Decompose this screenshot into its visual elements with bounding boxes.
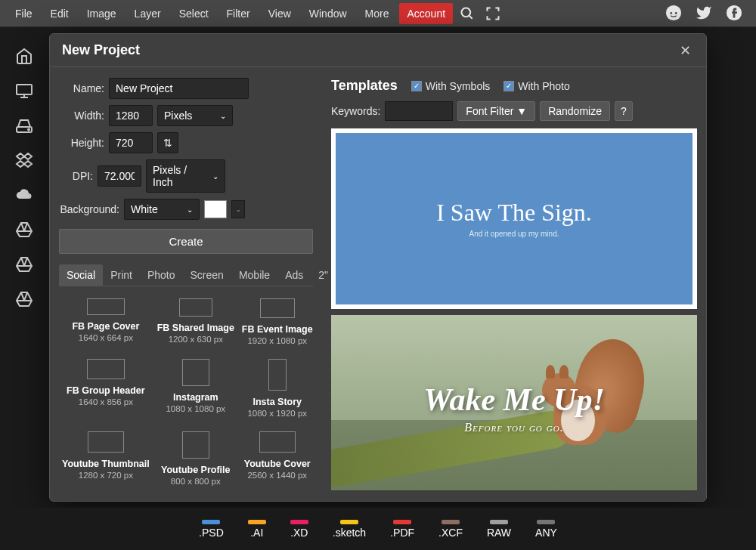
preset-item[interactable]: Youtube Profile800 x 800 px	[154, 425, 237, 490]
preset-item[interactable]: Instagram1080 x 1080 px	[154, 353, 237, 424]
tab-print[interactable]: Print	[103, 264, 140, 286]
drive-icon-2[interactable]	[14, 254, 35, 275]
preset-size: 1920 x 1080 px	[247, 336, 307, 345]
left-panel: Name: Width: Pixels⌄ Height: ⇅ DPI: Pixe…	[50, 67, 322, 501]
randomize-button[interactable]: Randomize	[540, 101, 610, 121]
chevron-down-icon: ⌄	[187, 205, 193, 214]
dialog-header: New Project ✕	[50, 34, 706, 67]
format-item[interactable]: .PDF	[390, 520, 414, 539]
swap-dimensions-button[interactable]: ⇅	[157, 132, 178, 153]
background-label: Background:	[59, 203, 119, 215]
background-select[interactable]: White⌄	[124, 199, 200, 220]
menu-window[interactable]: Window	[302, 3, 355, 24]
preset-tabs: Social Print Photo Screen Mobile Ads 2"	[59, 264, 313, 286]
svg-point-2	[666, 5, 681, 20]
menu-view[interactable]: View	[261, 3, 299, 24]
dropbox-icon[interactable]	[14, 150, 35, 171]
width-label: Width:	[59, 110, 104, 122]
format-item[interactable]: RAW	[487, 520, 511, 539]
dpi-unit-select[interactable]: Pixels / Inch⌄	[146, 159, 225, 193]
preset-size: 1640 x 856 px	[79, 397, 133, 406]
preset-item[interactable]: FB Group Header1640 x 856 px	[59, 353, 153, 424]
format-item[interactable]: .XCF	[438, 520, 463, 539]
menu-layer[interactable]: Layer	[127, 3, 169, 24]
svg-rect-6	[17, 85, 32, 94]
preset-grid[interactable]: FB Page Cover1640 x 664 pxFB Shared Imag…	[59, 289, 313, 490]
tab-social[interactable]: Social	[59, 264, 103, 286]
preset-size: 800 x 800 px	[171, 477, 221, 486]
template-subtitle: Before you go go.	[331, 421, 697, 434]
twitter-icon[interactable]	[696, 5, 714, 23]
svg-line-1	[469, 15, 472, 18]
menu-file[interactable]: File	[8, 3, 40, 24]
background-extra-select[interactable]: ⌄	[231, 200, 245, 218]
preset-size: 1200 x 630 px	[169, 335, 223, 344]
menu-filter[interactable]: Filter	[219, 3, 258, 24]
format-label: .XCF	[438, 527, 463, 539]
left-toolbar	[8, 45, 41, 310]
width-unit-select[interactable]: Pixels⌄	[157, 105, 233, 126]
help-button[interactable]: ?	[615, 101, 633, 121]
cloud-icon[interactable]	[14, 184, 35, 205]
templates-title: Templates	[331, 78, 398, 94]
name-input[interactable]	[109, 78, 249, 99]
keywords-input[interactable]	[385, 101, 453, 121]
menu-account[interactable]: Account	[399, 3, 453, 24]
preset-size: 1640 x 664 px	[79, 333, 133, 342]
format-item[interactable]: ANY	[535, 520, 557, 539]
right-panel: Templates ✓ With Symbols ✓ With Photo Ke…	[322, 67, 706, 501]
chevron-down-icon: ⌄	[220, 112, 226, 120]
preset-item[interactable]: FB Shared Image1200 x 630 px	[154, 292, 237, 351]
monitor-icon[interactable]	[14, 80, 35, 101]
tab-ads[interactable]: Ads	[277, 264, 311, 286]
preset-name: FB Event Image	[242, 324, 313, 335]
with-symbols-checkbox[interactable]: ✓ With Symbols	[411, 80, 491, 92]
tab-photo[interactable]: Photo	[140, 264, 183, 286]
font-filter-button[interactable]: Font Filter ▼	[457, 101, 535, 121]
with-photo-checkbox[interactable]: ✓ With Photo	[503, 80, 569, 92]
format-item[interactable]: .PSD	[199, 520, 224, 539]
preset-item[interactable]: Youtube Thumbnail1280 x 720 px	[59, 425, 153, 490]
height-input[interactable]	[109, 132, 153, 153]
tab-screen[interactable]: Screen	[183, 264, 231, 286]
search-icon[interactable]	[459, 5, 476, 22]
menu-select[interactable]: Select	[172, 3, 216, 24]
template-card[interactable]: Wake Me Up! Before you go go.	[331, 315, 697, 490]
checkbox-icon: ✓	[411, 81, 422, 91]
dpi-input[interactable]	[98, 165, 141, 187]
drive-icon-3[interactable]	[14, 289, 35, 310]
background-color-swatch[interactable]	[204, 200, 227, 218]
preset-item[interactable]: Insta Story1080 x 1920 px	[239, 353, 313, 424]
checkbox-icon: ✓	[503, 81, 514, 91]
fullscreen-icon[interactable]	[485, 5, 501, 22]
disk-icon[interactable]	[14, 115, 35, 136]
format-item[interactable]: .XD	[290, 520, 308, 539]
menu-image[interactable]: Image	[79, 3, 124, 24]
tab-mobile[interactable]: Mobile	[231, 264, 277, 286]
create-button[interactable]: Create	[59, 229, 313, 254]
dpi-label: DPI:	[59, 170, 93, 182]
preset-item[interactable]: FB Event Image1920 x 1080 px	[239, 292, 313, 351]
templates-list[interactable]: I Saw The Sign. And it opened up my mind…	[331, 128, 697, 490]
home-icon[interactable]	[14, 45, 35, 66]
format-label: .PDF	[390, 527, 414, 539]
drive-icon[interactable]	[14, 219, 35, 240]
width-input[interactable]	[109, 105, 153, 126]
preset-name: Youtube Thumbnail	[62, 459, 150, 469]
template-card[interactable]: I Saw The Sign. And it opened up my mind…	[331, 128, 697, 309]
preset-item[interactable]: FB Page Cover1640 x 664 px	[59, 292, 153, 351]
facebook-icon[interactable]	[726, 5, 744, 23]
reddit-icon[interactable]	[665, 5, 683, 23]
preset-size: 1080 x 1080 px	[166, 404, 225, 413]
preset-name: Youtube Profile	[161, 465, 230, 475]
preset-item[interactable]: Youtube Cover2560 x 1440 px	[239, 425, 313, 490]
menu-more[interactable]: More	[358, 3, 397, 24]
preset-size: 1080 x 1920 px	[247, 409, 307, 418]
height-label: Height:	[59, 137, 104, 149]
menu-edit[interactable]: Edit	[43, 3, 76, 24]
close-icon[interactable]: ✕	[676, 42, 694, 60]
preset-name: FB Group Header	[67, 385, 145, 396]
format-label: RAW	[487, 527, 511, 539]
format-item[interactable]: .AI	[248, 520, 266, 539]
format-item[interactable]: .sketch	[333, 520, 366, 539]
